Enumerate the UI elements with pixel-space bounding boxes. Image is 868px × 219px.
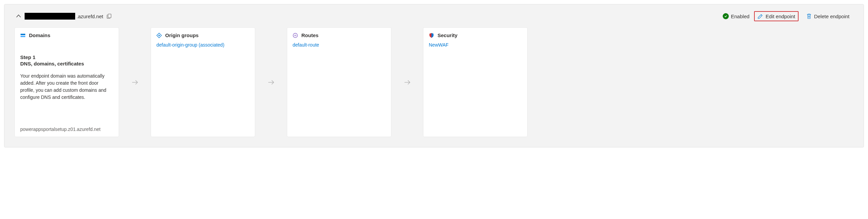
delete-endpoint-label: Delete endpoint xyxy=(814,13,849,19)
arrow-right-icon xyxy=(131,79,139,86)
svg-rect-1 xyxy=(21,34,25,35)
status-label: Enabled xyxy=(731,13,749,19)
endpoint-domain-suffix: .azurefd.net xyxy=(77,13,103,19)
origin-groups-title: Origin groups xyxy=(165,32,199,38)
edit-endpoint-button[interactable]: Edit endpoint xyxy=(754,11,799,21)
step-description: Your endpoint domain was automatically a… xyxy=(20,73,113,101)
pencil-icon xyxy=(757,13,764,19)
security-link[interactable]: NewWAF xyxy=(429,42,522,48)
arrow-right-icon xyxy=(267,79,275,86)
svg-point-4 xyxy=(158,35,160,36)
step-number: Step 1 xyxy=(20,54,113,60)
cards-row: Domains Step 1 DNS, domains, certificate… xyxy=(14,27,854,137)
origin-groups-header: Origin groups xyxy=(156,32,249,38)
domains-footer: powerappsportalsetup.z01.azurefd.net xyxy=(20,127,113,132)
routes-title: Routes xyxy=(301,32,319,38)
svg-rect-0 xyxy=(108,14,111,18)
routes-card: Routes default-route xyxy=(287,27,391,137)
endpoint-panel: .azurefd.net Enabled Edit en xyxy=(4,4,864,147)
origin-groups-icon xyxy=(156,33,162,38)
endpoint-name-redacted xyxy=(25,13,75,20)
routes-header: Routes xyxy=(293,32,386,38)
edit-endpoint-label: Edit endpoint xyxy=(766,13,795,19)
route-link[interactable]: default-route xyxy=(293,42,386,48)
security-title: Security xyxy=(438,32,457,38)
status-enabled: Enabled xyxy=(723,13,749,19)
domains-card-header: Domains xyxy=(20,32,113,38)
copy-button[interactable] xyxy=(107,13,112,19)
routes-icon xyxy=(293,33,298,38)
arrow-3 xyxy=(391,27,423,137)
security-header: Security xyxy=(429,32,522,38)
panel-header: .azurefd.net Enabled Edit en xyxy=(14,11,854,21)
domains-card: Domains Step 1 DNS, domains, certificate… xyxy=(14,27,119,137)
header-left: .azurefd.net xyxy=(16,13,112,20)
chevron-up-icon xyxy=(16,13,21,19)
arrow-2 xyxy=(255,27,287,137)
domains-icon xyxy=(20,33,26,38)
origin-groups-card: Origin groups default-origin-group (asso… xyxy=(151,27,255,137)
domains-title: Domains xyxy=(29,32,50,38)
trash-icon xyxy=(806,13,812,19)
step-title: DNS, domains, certificates xyxy=(20,61,113,66)
svg-rect-2 xyxy=(21,36,25,37)
arrow-1 xyxy=(119,27,151,137)
copy-icon xyxy=(107,13,112,19)
security-icon xyxy=(429,33,434,38)
check-circle-icon xyxy=(723,13,729,19)
arrow-right-icon xyxy=(403,79,411,86)
domains-step-block: Step 1 DNS, domains, certificates Your e… xyxy=(20,54,113,101)
origin-group-link[interactable]: default-origin-group (associated) xyxy=(156,42,249,48)
collapse-toggle[interactable] xyxy=(16,13,21,19)
header-actions: Enabled Edit endpoint Delete endpoint xyxy=(723,11,852,21)
security-card: Security NewWAF xyxy=(423,27,528,137)
delete-endpoint-button[interactable]: Delete endpoint xyxy=(803,12,852,21)
